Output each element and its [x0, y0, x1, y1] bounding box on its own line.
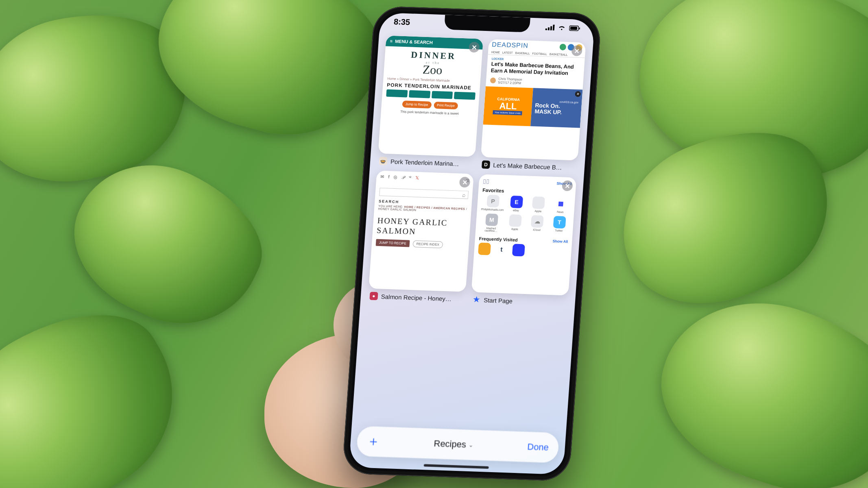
social-icon-row: ✉ f ◎ 𝒫 ༄ 𝕏 ≡: [376, 170, 474, 187]
ad-banner: ✕ CALIFORNIA ALL Your Actions Save Lives…: [483, 86, 583, 128]
favorite-icon: P: [486, 195, 499, 207]
mail-icon: ✉: [380, 174, 384, 181]
svg-rect-2: [579, 27, 580, 29]
facebook-icon: f: [388, 174, 390, 181]
tab-title: Salmon Recipe - Honey…: [381, 293, 451, 302]
search-box: [379, 188, 469, 199]
favicon: ●: [369, 292, 378, 301]
favorite-icon: ☁︎: [531, 215, 544, 227]
show-all-link: Show All: [552, 239, 568, 243]
tab-title: Let's Make Barbecue B…: [493, 161, 562, 171]
tab-switcher-toolbar: ＋ Recipes ⌄ Done: [356, 426, 559, 463]
favorite-icon: T: [553, 216, 566, 228]
favicon: 🍲: [379, 157, 388, 166]
safari-tab-grid: ✕ ≡ MENU & SEARCH DINNER at the Zoo Home…: [360, 35, 586, 413]
rss-icon: ༄: [409, 175, 412, 182]
reading-list-icon: ▯▯: [483, 178, 490, 185]
battery-icon: [569, 25, 581, 31]
favicon: D: [482, 160, 490, 169]
article-title: HONEY GARLIC SALMON: [372, 211, 471, 242]
twitter-icon: 𝕏: [415, 175, 419, 183]
chevron-down-icon: ⌄: [468, 442, 473, 448]
tab-thumbnail[interactable]: ✕ ✉ f ◎ 𝒫 ༄ 𝕏 ≡ SEARCH YOU ARE HERE: HOM…: [369, 170, 474, 292]
phone-screen: 8:35 ✕ ≡ MENU & SEARCH: [349, 13, 595, 475]
tab-thumbnail[interactable]: ✕ DEADSPIN HOMELATEST BASEBALLFOOTBALL B…: [481, 39, 586, 160]
star-icon: ★: [472, 295, 481, 304]
hamburger-icon: ≡: [390, 39, 393, 44]
site-brand: DEADSPIN: [492, 41, 529, 50]
home-indicator[interactable]: [424, 464, 489, 469]
status-time: 8:35: [393, 17, 410, 27]
tab-group-name: Recipes: [434, 438, 467, 450]
tab-title: Pork Tenderloin Marina…: [390, 158, 460, 167]
tab-card[interactable]: ✕ DEADSPIN HOMELATEST BASEBALLFOOTBALL B…: [480, 39, 586, 172]
tab-title: Start Page: [484, 296, 513, 304]
pinterest-icon: 𝒫: [401, 175, 405, 182]
site-logo: DINNER at the Zoo: [384, 46, 483, 79]
tab-thumbnail[interactable]: ✕ ≡ MENU & SEARCH DINNER at the Zoo Home…: [378, 35, 483, 157]
svg-rect-1: [570, 26, 578, 30]
new-tab-button[interactable]: ＋: [366, 432, 380, 451]
wifi-icon: [558, 25, 566, 31]
iphone-frame: 8:35 ✕ ≡ MENU & SEARCH: [342, 6, 602, 481]
display-notch: [444, 15, 530, 32]
favorite-icon: [532, 196, 545, 209]
menu-label: MENU & SEARCH: [395, 39, 433, 45]
tab-group-selector[interactable]: Recipes ⌄: [434, 438, 474, 450]
tab-card[interactable]: ✕ ≡ MENU & SEARCH DINNER at the Zoo Home…: [377, 35, 484, 168]
tab-thumbnail[interactable]: ✕ ▯▯ Show All Favorites PPhilipMichaels.…: [471, 174, 577, 295]
freq-visited-heading: Frequently Visited: [479, 236, 518, 242]
done-button[interactable]: Done: [527, 442, 549, 453]
tab-card[interactable]: ✕ ▯▯ Show All Favorites PPhilipMichaels.…: [471, 174, 577, 307]
cell-signal-icon: [545, 24, 555, 30]
favorite-icon: ▦: [554, 197, 567, 210]
favorite-icon: [509, 214, 522, 227]
instagram-icon: ◎: [393, 174, 398, 182]
favorite-icon: E: [510, 196, 523, 208]
favorite-icon: M: [485, 214, 498, 226]
tab-card[interactable]: ✕ ✉ f ◎ 𝒫 ༄ 𝕏 ≡ SEARCH YOU ARE HERE: HOM…: [368, 170, 474, 303]
favorites-grid: PPhilipMichaels.com EeBay Apple ▦News MM…: [475, 194, 575, 235]
author-avatar: [490, 77, 496, 83]
